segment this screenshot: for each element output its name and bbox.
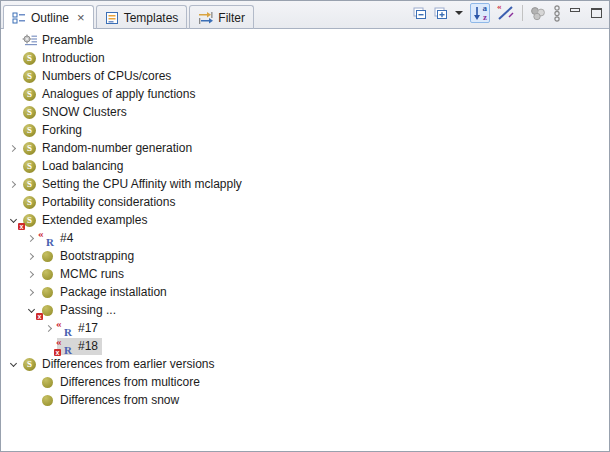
tree-item-portability[interactable]: SPortability considerations xyxy=(1,193,609,211)
tree-item-differences-multicore[interactable]: Differences from multicore xyxy=(1,373,609,391)
view-menu-button[interactable] xyxy=(553,5,561,22)
tab-filter[interactable]: Filter xyxy=(189,5,254,29)
error-badge-icon: x xyxy=(36,313,43,320)
outline-view-window: Outline × Templates Filter xyxy=(0,0,610,452)
tree-item-random-number[interactable]: SRandom-number generation xyxy=(1,139,609,157)
tree-item-cpu-affinity[interactable]: SSetting the CPU Affinity with mclapply xyxy=(1,175,609,193)
tree-item-forking[interactable]: SForking xyxy=(1,121,609,139)
chevron-collapsed-icon[interactable] xyxy=(23,248,39,264)
chevron-collapsed-icon[interactable] xyxy=(41,320,57,336)
bullet-error-icon: x xyxy=(40,303,55,318)
collapse-all-button[interactable] xyxy=(413,7,427,20)
tree-item-label: MCMC runs xyxy=(60,267,124,281)
tree-item-mcmc-runs[interactable]: MCMC runs xyxy=(1,265,609,283)
tree-item-label: Bootstrapping xyxy=(60,249,134,263)
toolbar-separator xyxy=(522,5,523,21)
tree-item-label: Passing ... xyxy=(60,303,116,317)
tree-item-numbers-of-cpus[interactable]: SNumbers of CPUs/cores xyxy=(1,67,609,85)
r-chunk-icon: «R xyxy=(40,231,55,246)
section-icon: S xyxy=(22,159,37,174)
sort-z-letter: z xyxy=(483,12,487,22)
tree-item-label: Differences from earlier versions xyxy=(42,357,215,371)
tree-item-label: #4 xyxy=(60,231,73,245)
section-icon: S xyxy=(22,87,37,102)
view-toolbar: a z « xyxy=(413,3,609,28)
expand-all-button[interactable] xyxy=(434,7,448,20)
collapse-all-icon xyxy=(413,7,427,20)
tab-outline[interactable]: Outline × xyxy=(3,5,94,29)
link-with-editor-button-disabled xyxy=(530,6,546,21)
tree-item-label: Preamble xyxy=(42,33,93,47)
r-chunk-error-icon: «Rx xyxy=(58,339,73,354)
bullet-icon xyxy=(40,375,55,390)
tree-item-label: Differences from multicore xyxy=(60,375,200,389)
chevron-collapsed-icon[interactable] xyxy=(23,230,39,246)
tree-item-chunk-4[interactable]: «R#4 xyxy=(1,229,609,247)
outline-tree: Preamble SIntroduction SNumbers of CPUs/… xyxy=(1,29,609,451)
expand-menu-arrow-button[interactable] xyxy=(455,11,463,15)
tab-label: Filter xyxy=(218,11,245,25)
tree-item-label: #17 xyxy=(78,321,98,335)
tree-item-label: Setting the CPU Affinity with mclapply xyxy=(42,177,242,191)
view-menu-dots-icon xyxy=(553,5,561,22)
tree-item-chunk-18-selected[interactable]: «Rx#18 xyxy=(1,337,609,355)
tree-item-label: Random-number generation xyxy=(42,141,192,155)
tree-item-label: Extended examples xyxy=(42,213,147,227)
tree-item-introduction[interactable]: SIntroduction xyxy=(1,49,609,67)
section-icon: S xyxy=(22,177,37,192)
error-badge-icon: x xyxy=(54,349,61,356)
maximize-icon xyxy=(591,8,602,18)
tree-item-label: Differences from snow xyxy=(60,393,179,407)
section-error-icon: Sx xyxy=(22,213,37,228)
section-icon: S xyxy=(22,105,37,120)
tree-item-load-balancing[interactable]: SLoad balancing xyxy=(1,157,609,175)
tree-item-label: SNOW Clusters xyxy=(42,105,127,119)
tree-item-extended-examples[interactable]: SxExtended examples xyxy=(1,211,609,229)
templates-icon xyxy=(105,11,119,25)
chevron-collapsed-icon[interactable] xyxy=(5,140,21,156)
chevron-collapsed-icon[interactable] xyxy=(23,284,39,300)
chevron-collapsed-icon[interactable] xyxy=(23,266,39,282)
tree-item-label: Forking xyxy=(42,123,82,137)
chevron-collapsed-icon[interactable] xyxy=(5,176,21,192)
tree-item-preamble[interactable]: Preamble xyxy=(1,31,609,49)
maximize-button[interactable] xyxy=(589,8,603,18)
tree-item-label: #18 xyxy=(78,339,98,353)
tab-label: Outline xyxy=(31,11,69,25)
minimize-icon xyxy=(570,8,580,12)
hide-chunks-button[interactable]: « xyxy=(497,4,515,22)
tree-item-snow-clusters[interactable]: SSNOW Clusters xyxy=(1,103,609,121)
tree-item-chunk-17[interactable]: «R#17 xyxy=(1,319,609,337)
tab-templates[interactable]: Templates xyxy=(96,5,188,29)
tree-item-label: Package installation xyxy=(60,285,167,299)
r-chunk-icon: «R xyxy=(58,321,73,336)
error-badge-icon: x xyxy=(18,223,25,230)
tab-label: Templates xyxy=(124,11,179,25)
bullet-icon xyxy=(40,285,55,300)
section-icon: S xyxy=(22,123,37,138)
tree-item-bootstrapping[interactable]: Bootstrapping xyxy=(1,247,609,265)
section-icon: S xyxy=(22,69,37,84)
tree-item-label: Load balancing xyxy=(42,159,123,173)
section-icon: S xyxy=(22,141,37,156)
section-icon: S xyxy=(22,51,37,66)
tree-item-differences-earlier[interactable]: SDifferences from earlier versions xyxy=(1,355,609,373)
tree-item-analogues[interactable]: SAnalogues of apply functions xyxy=(1,85,609,103)
section-icon: S xyxy=(22,357,37,372)
tree-item-label: Portability considerations xyxy=(42,195,175,209)
filter-icon xyxy=(198,11,213,25)
tree-item-passing[interactable]: xPassing ... xyxy=(1,301,609,319)
section-icon: S xyxy=(22,195,37,210)
sort-alphabetically-button[interactable]: a z xyxy=(470,3,490,23)
linked-circles-icon xyxy=(530,6,546,21)
chevron-expanded-icon[interactable] xyxy=(5,356,21,372)
tree-item-differences-snow[interactable]: Differences from snow xyxy=(1,391,609,409)
outline-view-icon xyxy=(12,11,26,25)
close-icon[interactable]: × xyxy=(77,13,85,23)
tree-item-package-installation[interactable]: Package installation xyxy=(1,283,609,301)
preamble-icon xyxy=(22,33,37,48)
tree-item-label: Analogues of apply functions xyxy=(42,87,195,101)
chunk-marks-glyph: « xyxy=(497,1,501,11)
tree-item-label: Numbers of CPUs/cores xyxy=(42,69,171,83)
expand-all-icon xyxy=(434,7,448,20)
